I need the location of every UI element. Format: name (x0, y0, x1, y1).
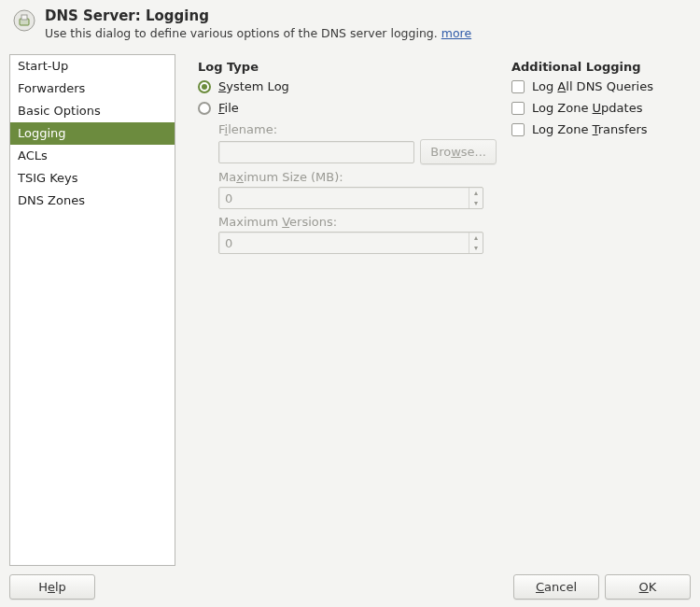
sidebar-item-startup[interactable]: Start-Up (10, 55, 175, 78)
browse-button: Browse... (420, 139, 497, 164)
page-subtitle: Use this dialog to define various option… (45, 26, 691, 40)
additional-logging-heading: Additional Logging (511, 60, 691, 74)
checkbox-log-zone-updates[interactable]: Log Zone Updates (511, 101, 691, 115)
filename-label: Filename: (218, 122, 497, 136)
maxsize-spinner: 0 ▴ ▾ (218, 187, 483, 209)
sidebar-item-acls[interactable]: ACLs (10, 145, 175, 167)
maxsize-label: Maximum Size (MB): (218, 170, 497, 184)
svg-rect-2 (21, 15, 27, 20)
log-type-heading: Log Type (198, 60, 497, 74)
checkbox-icon (511, 80, 525, 93)
checkbox-icon (511, 102, 525, 115)
more-link[interactable]: more (441, 26, 471, 40)
help-button[interactable]: Help (9, 574, 95, 600)
checkbox-label: Log Zone Transfers (532, 122, 648, 136)
spin-up-icon: ▴ (469, 233, 483, 243)
sidebar-item-logging[interactable]: Logging (10, 122, 175, 145)
header: DNS Server: Logging Use this dialog to d… (0, 0, 700, 44)
footer: Help Cancel OK (9, 574, 691, 600)
spin-down-icon: ▾ (469, 243, 483, 253)
radio-icon (198, 102, 211, 115)
maxversions-spinner: 0 ▴ ▾ (218, 232, 483, 254)
checkbox-log-zone-transfers[interactable]: Log Zone Transfers (511, 122, 691, 136)
cancel-button[interactable]: Cancel (513, 574, 599, 600)
radio-label: System Log (218, 79, 289, 93)
spin-down-icon: ▾ (469, 198, 483, 208)
sidebar-item-basic-options[interactable]: Basic Options (10, 100, 175, 122)
radio-file[interactable]: File (198, 101, 497, 115)
file-options-group: Filename: Browse... Maximum Size (MB): 0… (218, 122, 497, 254)
sidebar-item-forwarders[interactable]: Forwarders (10, 78, 175, 100)
yast-icon (13, 9, 35, 32)
checkbox-label: Log All DNS Queries (532, 79, 653, 93)
checkbox-log-all-queries[interactable]: Log All DNS Queries (511, 79, 691, 93)
page-title: DNS Server: Logging (45, 7, 691, 24)
filename-input (218, 141, 414, 163)
maxversions-label: Maximum Versions: (218, 215, 497, 229)
sidebar: Start-Up Forwarders Basic Options Loggin… (9, 54, 175, 566)
radio-system-log[interactable]: System Log (198, 79, 497, 93)
radio-label: File (218, 101, 239, 115)
radio-icon (198, 80, 211, 93)
checkbox-label: Log Zone Updates (532, 101, 642, 115)
sidebar-item-dns-zones[interactable]: DNS Zones (10, 190, 175, 212)
checkbox-icon (511, 123, 525, 136)
ok-button[interactable]: OK (605, 574, 691, 600)
sidebar-item-tsig-keys[interactable]: TSIG Keys (10, 167, 175, 190)
spin-up-icon: ▴ (469, 188, 483, 198)
content: Log Type System Log File Filename: Brows… (175, 54, 691, 566)
window: DNS Server: Logging Use this dialog to d… (0, 0, 700, 607)
